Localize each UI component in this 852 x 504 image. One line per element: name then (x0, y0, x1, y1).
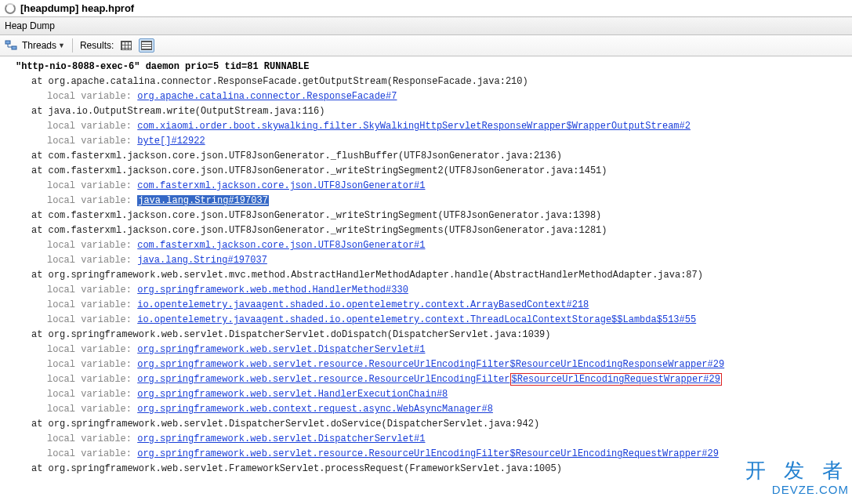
results-label: Results: (80, 40, 114, 51)
svg-rect-0 (5, 41, 10, 44)
local-variable: local variable: org.springframework.web.… (8, 387, 844, 402)
object-link[interactable]: org.springframework.web.context.request.… (137, 404, 493, 415)
local-variable: local variable: org.springframework.web.… (8, 283, 844, 298)
threads-label: Threads (22, 40, 56, 51)
view-grid-button[interactable] (118, 38, 134, 53)
object-link[interactable]: byte[]#12922 (137, 136, 205, 147)
local-variable-label: local variable: (47, 389, 137, 400)
object-link[interactable]: com.fasterxml.jackson.core.json.UTF8Json… (137, 240, 425, 251)
local-variable-label: local variable: (47, 299, 137, 310)
object-link-selected[interactable]: java.lang.String#197037 (137, 195, 269, 206)
object-link-highlighted[interactable]: $ResourceUrlEncodingRequestWrapper#29 (510, 373, 722, 386)
tree-icon[interactable] (5, 39, 17, 52)
toolbar: Threads ▼ Results: (0, 35, 852, 56)
local-variable: local variable: org.apache.catalina.conn… (8, 89, 844, 104)
object-link[interactable]: com.xiaomi.order.boot.skywalking.filter.… (137, 121, 691, 132)
stack-frame: at org.springframework.web.servlet.Frame… (8, 462, 844, 477)
object-link[interactable]: org.springframework.web.servlet.HandlerE… (137, 389, 448, 400)
object-link[interactable]: org.springframework.web.servlet.Dispatch… (137, 433, 425, 444)
object-link[interactable]: org.springframework.web.servlet.resource… (137, 448, 719, 459)
local-variable: local variable: com.fasterxml.jackson.co… (8, 179, 844, 194)
local-variable-label: local variable: (47, 448, 137, 459)
chevron-down-icon: ▼ (58, 42, 65, 49)
local-variable: local variable: byte[]#12922 (8, 134, 844, 149)
local-variable: local variable: java.lang.String#197037 (8, 194, 844, 208)
local-variable: local variable: com.xiaomi.order.boot.sk… (8, 119, 844, 134)
local-variable-label: local variable: (47, 285, 137, 296)
local-variable-label: local variable: (47, 359, 137, 370)
grid-icon (121, 41, 132, 50)
stack-frame: at org.springframework.web.servlet.mvc.m… (8, 268, 844, 283)
stack-frame: at com.fasterxml.jackson.core.json.UTF8J… (8, 208, 844, 223)
stack-frame: at com.fasterxml.jackson.core.json.UTF8J… (8, 223, 844, 238)
object-link[interactable]: org.springframework.web.method.HandlerMe… (137, 285, 408, 296)
title-bar: [heapdump] heap.hprof (0, 0, 852, 17)
local-variable: local variable: java.lang.String#197037 (8, 253, 844, 268)
local-variable-label: local variable: (47, 180, 137, 191)
heapdump-icon (5, 3, 16, 14)
local-variable-label: local variable: (47, 255, 137, 266)
object-link[interactable]: org.springframework.web.servlet.resource… (137, 374, 509, 385)
stack-frame: at org.springframework.web.servlet.Dispa… (8, 417, 844, 432)
view-list-button[interactable] (139, 38, 154, 53)
stack-frame: at org.springframework.web.servlet.Dispa… (8, 328, 844, 343)
local-variable: local variable: io.opentelemetry.javaage… (8, 298, 844, 313)
tab-heapdump[interactable]: Heap Dump (0, 17, 852, 35)
local-variable-label: local variable: (47, 136, 137, 147)
local-variable-label: local variable: (47, 374, 137, 385)
object-link[interactable]: java.lang.String#197037 (137, 255, 267, 266)
object-link[interactable]: org.apache.catalina.connector.ResponseFa… (137, 91, 397, 102)
local-variable: local variable: org.springframework.web.… (8, 402, 844, 417)
local-variable: local variable: org.springframework.web.… (8, 372, 844, 387)
local-variable-label: local variable: (47, 195, 137, 206)
local-variable: local variable: io.opentelemetry.javaage… (8, 313, 844, 328)
object-link[interactable]: io.opentelemetry.javaagent.shaded.io.ope… (137, 314, 696, 325)
list-icon (141, 41, 152, 50)
stack-frame: at com.fasterxml.jackson.core.json.UTF8J… (8, 149, 844, 164)
local-variable: local variable: org.springframework.web.… (8, 357, 844, 372)
object-link[interactable]: com.fasterxml.jackson.core.json.UTF8Json… (137, 180, 425, 191)
window-title: [heapdump] heap.hprof (20, 2, 134, 14)
stack-frame: at org.apache.catalina.connector.Respons… (8, 74, 844, 89)
stack-trace-pane: "http-nio-8088-exec-6" daemon prio=5 tid… (0, 56, 852, 500)
stack-frame: at java.io.OutputStream.write(OutputStre… (8, 104, 844, 119)
local-variable-label: local variable: (47, 240, 137, 251)
object-link[interactable]: org.springframework.web.servlet.resource… (137, 359, 724, 370)
local-variable: local variable: org.springframework.web.… (8, 343, 844, 357)
local-variable-label: local variable: (47, 404, 137, 415)
local-variable-label: local variable: (47, 91, 137, 102)
local-variable-label: local variable: (47, 344, 137, 355)
local-variable-label: local variable: (47, 121, 137, 132)
separator (72, 38, 73, 53)
local-variable: local variable: org.springframework.web.… (8, 447, 844, 462)
thread-header: "http-nio-8088-exec-6" daemon prio=5 tid… (8, 60, 844, 74)
threads-dropdown[interactable]: Threads ▼ (22, 40, 65, 51)
stack-frame: at com.fasterxml.jackson.core.json.UTF8J… (8, 164, 844, 179)
local-variable-label: local variable: (47, 314, 137, 325)
local-variable: local variable: com.fasterxml.jackson.co… (8, 238, 844, 253)
svg-rect-1 (12, 46, 16, 49)
local-variable: local variable: org.springframework.web.… (8, 432, 844, 447)
local-variable-label: local variable: (47, 433, 137, 444)
object-link[interactable]: org.springframework.web.servlet.Dispatch… (137, 344, 425, 355)
object-link[interactable]: io.opentelemetry.javaagent.shaded.io.ope… (137, 299, 589, 310)
